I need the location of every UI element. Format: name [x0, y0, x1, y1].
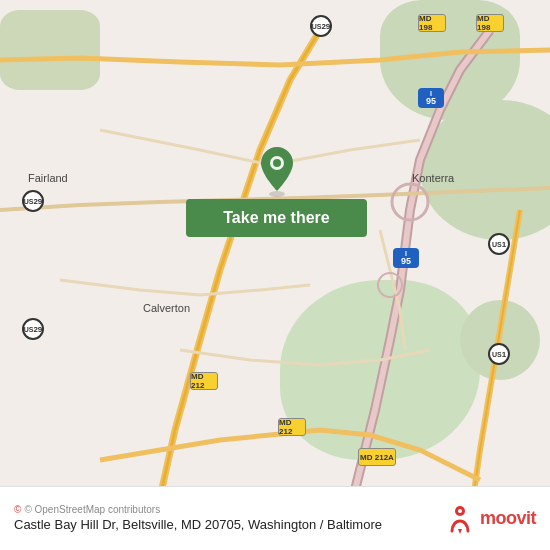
moovit-icon — [444, 503, 476, 535]
shield-md212-lm: MD 212 — [278, 418, 306, 436]
shield-i95-top: I 95 — [418, 88, 444, 108]
take-me-there-button[interactable]: Take me there — [186, 199, 367, 237]
bottom-bar: © © OpenStreetMap contributors Castle Ba… — [0, 486, 550, 550]
copyright-symbol: © — [14, 504, 21, 515]
shield-md212a: MD 212A — [358, 448, 396, 466]
address-display: Castle Bay Hill Dr, Beltsville, MD 20705… — [14, 517, 434, 534]
location-pin-icon — [255, 145, 299, 197]
osm-text: © OpenStreetMap contributors — [24, 504, 160, 515]
shield-md198-2: MD 198 — [476, 14, 504, 32]
shield-i95-mid: I 95 — [393, 248, 419, 268]
shield-us1-right: US 1 — [488, 233, 510, 255]
svg-point-2 — [269, 191, 285, 197]
shield-md212-ll: MD 212 — [190, 372, 218, 390]
shield-md198-1: MD 198 — [418, 14, 446, 32]
shield-us29-top: US 29 — [310, 15, 332, 37]
marker-button-group: Take me there — [186, 145, 367, 237]
svg-point-6 — [458, 509, 462, 513]
map-container: US 29 MD 198 MD 198 I 95 US 29 I 95 US 2… — [0, 0, 550, 550]
osm-attribution: © © OpenStreetMap contributors — [14, 504, 434, 515]
shield-us29-mid: US 29 — [22, 190, 44, 212]
roads-layer — [0, 0, 550, 550]
svg-point-4 — [273, 159, 281, 167]
shield-us1-lower: US 1 — [488, 343, 510, 365]
bottom-left-info: © © OpenStreetMap contributors Castle Ba… — [14, 504, 434, 534]
moovit-brand-text: moovit — [480, 508, 536, 529]
shield-us29-lower: US 29 — [22, 318, 44, 340]
moovit-logo: moovit — [444, 503, 536, 535]
